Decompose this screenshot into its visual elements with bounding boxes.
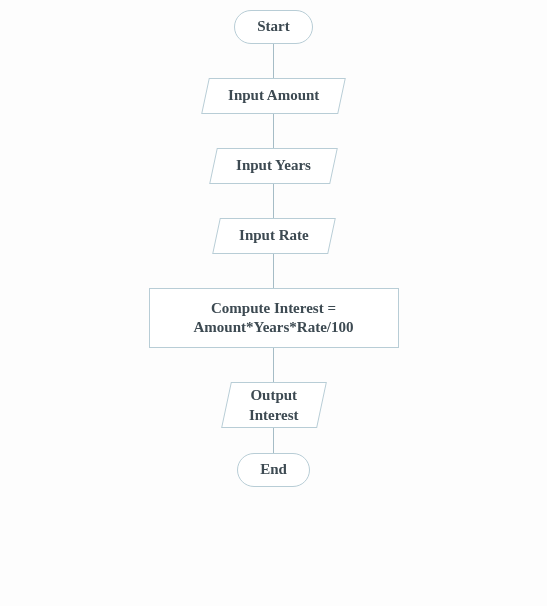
end-label: End: [260, 460, 287, 480]
connector: [273, 254, 274, 288]
connector: [273, 428, 274, 453]
end-terminal: End: [237, 453, 310, 487]
input-years-node: Input Years: [209, 148, 338, 184]
compute-process-node: Compute Interest = Amount*Years*Rate/100: [149, 288, 399, 348]
input-amount-label: Input Amount: [228, 86, 319, 106]
output-interest-node: Output Interest: [221, 382, 326, 428]
flowchart-container: Start Input Amount Input Years Input Rat…: [149, 10, 399, 487]
input-years-label: Input Years: [236, 156, 311, 176]
input-rate-node: Input Rate: [212, 218, 335, 254]
connector: [273, 184, 274, 218]
connector: [273, 114, 274, 148]
connector: [273, 44, 274, 78]
compute-label: Compute Interest = Amount*Years*Rate/100: [194, 299, 354, 338]
connector: [273, 348, 274, 382]
start-label: Start: [257, 17, 290, 37]
input-amount-node: Input Amount: [201, 78, 346, 114]
input-rate-label: Input Rate: [239, 226, 309, 246]
output-label: Output Interest: [249, 386, 299, 425]
start-terminal: Start: [234, 10, 313, 44]
